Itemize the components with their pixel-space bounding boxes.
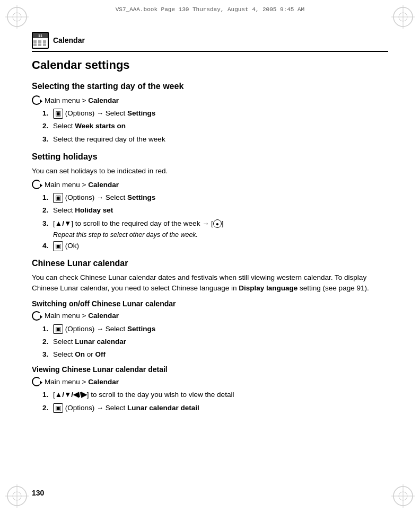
step: 2. Select Lunar calendar — [42, 337, 388, 347]
holidays-intro: You can set holidays to be indicated in … — [32, 166, 388, 176]
switching-main-menu: Main menu > Calendar — [32, 311, 388, 321]
key-options-2: ▣ — [53, 193, 63, 203]
section-label: Calendar — [53, 36, 85, 45]
step: 3. Select On or Off — [42, 349, 388, 360]
key-options-3: ▣ — [53, 324, 63, 334]
viewing-subsection: Viewing Chinese Lunar calendar detail Ma… — [32, 365, 388, 413]
header-text: VS7_AAA.book Page 130 Thursday, August 4… — [116, 6, 304, 13]
step: 1. [▲/▼/◀/▶] to scroll to the day you wi… — [42, 390, 388, 400]
step: 2. Select Holiday set — [42, 205, 388, 216]
week-start-menu-text: Main menu > Calendar — [45, 96, 119, 104]
holidays-heading: Setting holidays — [32, 152, 388, 162]
chinese-lunar-intro: You can check Chinese Lunar calendar dat… — [32, 272, 388, 294]
viewing-main-menu: Main menu > Calendar — [32, 377, 388, 386]
page-title: Calendar settings — [32, 58, 388, 72]
step: 1. ▣ (Options) → Select Settings — [42, 192, 388, 203]
page-number: 130 — [32, 489, 44, 497]
corner-decoration-bl — [4, 483, 30, 509]
holidays-section: Setting holidays You can set holidays to… — [32, 152, 388, 251]
viewing-heading: Viewing Chinese Lunar calendar detail — [32, 365, 388, 374]
holidays-main-menu: Main menu > Calendar — [32, 180, 388, 189]
key-options: ▣ — [53, 109, 63, 119]
key-ok: ▣ — [53, 241, 63, 251]
holidays-steps: 1. ▣ (Options) → Select Settings 2. Sele… — [42, 192, 388, 251]
switching-subsection: Switching on/off Chinese Lunar calendar … — [32, 299, 388, 360]
step: 3. [▲/▼] to scroll to the required day o… — [42, 218, 388, 229]
switching-heading: Switching on/off Chinese Lunar calendar — [32, 299, 388, 308]
loop-icon-3 — [32, 311, 41, 321]
step: 4. ▣ (Ok) — [42, 241, 388, 251]
step: 1. ▣ (Options) → Select Settings — [42, 108, 388, 119]
step: 1. ▣ (Options) → Select Settings — [42, 324, 388, 334]
step-italic-note: Repeat this step to select other days of… — [53, 231, 388, 238]
viewing-steps: 1. [▲/▼/◀/▶] to scroll to the day you wi… — [42, 390, 388, 413]
switching-menu-text: Main menu > Calendar — [45, 312, 119, 320]
loop-icon-4 — [32, 377, 41, 386]
week-start-section: Selecting the starting day of the week M… — [32, 82, 388, 145]
switching-steps: 1. ▣ (Options) → Select Settings 2. Sele… — [42, 324, 388, 360]
header-bar: VS7_AAA.book Page 130 Thursday, August 4… — [0, 6, 420, 13]
calendar-icon — [32, 32, 49, 49]
step: 3. Select the required day of the week — [42, 134, 388, 145]
viewing-menu-text: Main menu > Calendar — [45, 378, 119, 386]
chinese-lunar-section: Chinese Lunar calendar You can check Chi… — [32, 259, 388, 413]
loop-icon — [32, 95, 41, 105]
step: 2. ▣ (Options) → Select Lunar calendar d… — [42, 403, 388, 413]
corner-decoration-br — [390, 483, 416, 509]
week-start-steps: 1. ▣ (Options) → Select Settings 2. Sele… — [42, 108, 388, 145]
key-options-4: ▣ — [53, 403, 63, 413]
holidays-menu-text: Main menu > Calendar — [45, 181, 119, 189]
chinese-lunar-heading: Chinese Lunar calendar — [32, 259, 388, 268]
main-content: Calendar Calendar settings Selecting the… — [32, 32, 388, 481]
step: 2. Select Week starts on — [42, 121, 388, 131]
section-header: Calendar — [32, 32, 388, 52]
loop-icon-2 — [32, 180, 41, 189]
week-start-main-menu: Main menu > Calendar — [32, 95, 388, 105]
week-start-heading: Selecting the starting day of the week — [32, 82, 388, 91]
